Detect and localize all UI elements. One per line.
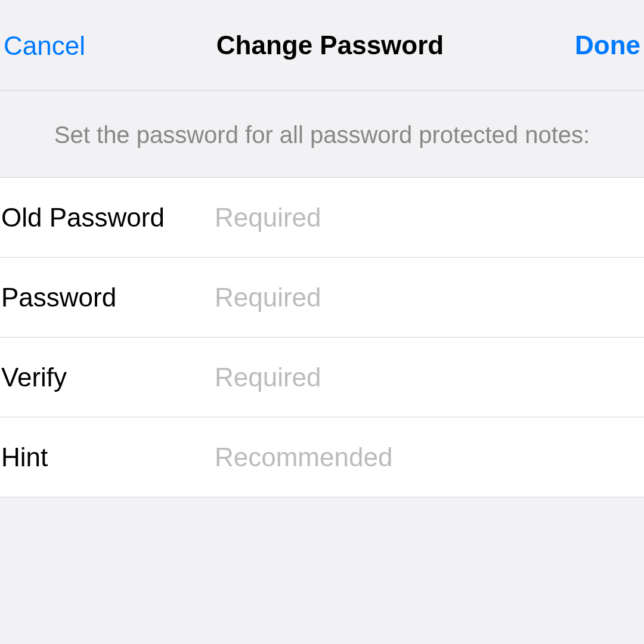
- hint-row: Hint: [0, 417, 644, 497]
- done-button[interactable]: Done: [575, 30, 640, 60]
- cancel-button[interactable]: Cancel: [4, 30, 85, 61]
- verify-input[interactable]: [215, 338, 644, 417]
- old-password-input[interactable]: [215, 178, 644, 257]
- old-password-row: Old Password: [0, 178, 644, 258]
- verify-row: Verify: [0, 338, 644, 417]
- password-label: Password: [0, 283, 215, 312]
- navigation-header: Cancel Change Password Done: [0, 0, 644, 91]
- verify-label: Verify: [0, 363, 215, 392]
- hint-input[interactable]: [215, 417, 644, 497]
- old-password-label: Old Password: [0, 203, 215, 233]
- password-row: Password: [0, 258, 644, 338]
- hint-label: Hint: [0, 442, 215, 472]
- section-description: Set the password for all password protec…: [0, 91, 644, 178]
- page-title: Change Password: [85, 30, 575, 60]
- password-input[interactable]: [215, 258, 644, 337]
